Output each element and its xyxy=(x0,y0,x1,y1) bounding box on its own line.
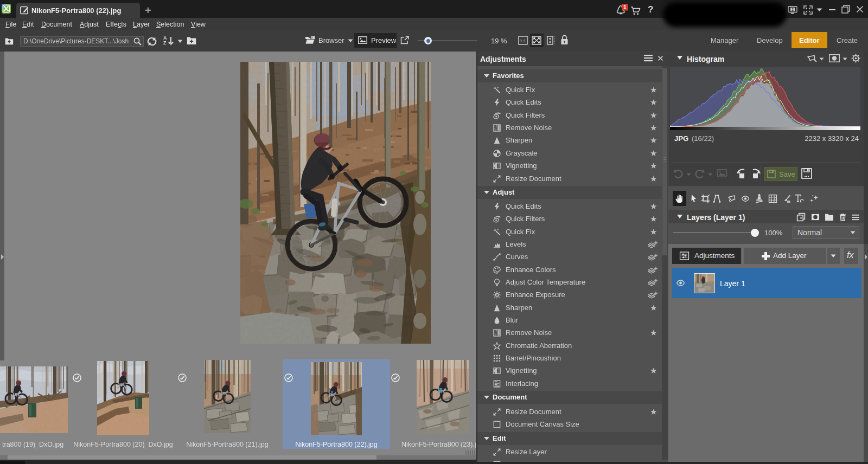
svg-text:1:1: 1:1 xyxy=(520,38,526,43)
svg-text:2: 2 xyxy=(792,8,794,11)
svg-text:1: 1 xyxy=(623,4,627,10)
